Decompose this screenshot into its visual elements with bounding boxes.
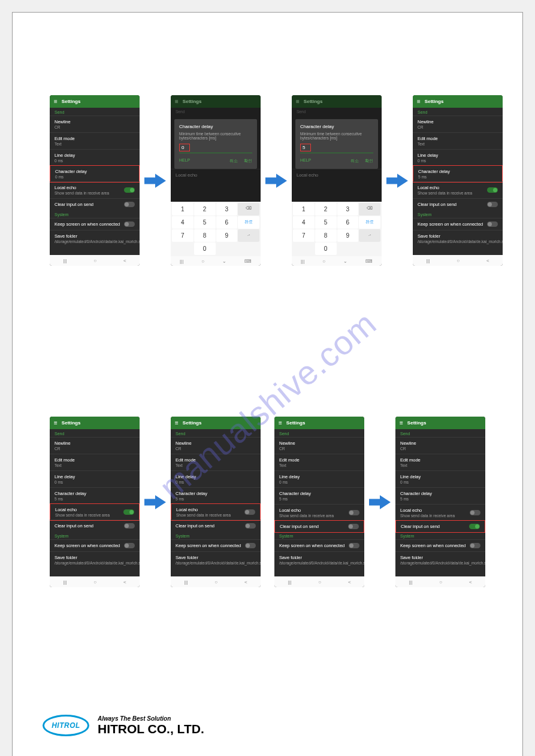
item-newline[interactable]: NewlineCR <box>413 116 503 132</box>
key-done[interactable]: 완료 <box>238 216 259 229</box>
key-8[interactable]: 8 <box>315 229 337 242</box>
toggle-local-echo[interactable] <box>124 187 135 193</box>
item-character-delay[interactable]: Character delay5 ms <box>274 487 364 504</box>
item-local-echo[interactable]: Local echoShow send data in receive area <box>171 503 261 521</box>
key-backspace[interactable]: ⌫ <box>359 203 380 215</box>
nav-kb-icon[interactable]: ⌨ <box>244 259 252 264</box>
item-character-delay[interactable]: Character delay5 ms <box>171 487 261 504</box>
nav-down-icon[interactable]: ⌄ <box>222 259 226 264</box>
toggle-keep-screen[interactable] <box>470 543 480 548</box>
nav-back-icon[interactable]: < <box>123 579 126 585</box>
key-0[interactable]: 0 <box>194 242 216 255</box>
key-2[interactable]: 2 <box>194 203 216 215</box>
key-2[interactable]: 2 <box>315 203 337 215</box>
dialog-input[interactable]: 0 <box>179 144 190 151</box>
item-edit-mode[interactable]: Edit modeText <box>413 132 503 149</box>
item-line-delay[interactable]: Line delay0 ms <box>413 149 503 166</box>
nav-kb-icon[interactable]: ⌨ <box>365 259 373 264</box>
key-7[interactable]: 7 <box>172 229 194 242</box>
item-line-delay[interactable]: Line delay0 ms <box>171 470 261 487</box>
key-sym[interactable]: .- <box>238 229 259 242</box>
item-keep-screen[interactable]: Keep screen on when connected <box>274 539 364 551</box>
item-clear-input[interactable]: Clear input on send <box>395 520 485 533</box>
item-local-echo[interactable]: Local echoShow send data in receive area <box>413 181 503 198</box>
item-line-delay[interactable]: Line delay0 ms <box>395 470 485 487</box>
key-3[interactable]: 3 <box>337 203 359 215</box>
nav-recent-icon[interactable]: ||| <box>409 579 412 585</box>
nav-recent-icon[interactable]: ||| <box>63 579 67 585</box>
key-done[interactable]: 완료 <box>359 216 380 229</box>
key-7[interactable]: 7 <box>293 229 315 242</box>
nav-home-icon[interactable]: ○ <box>457 258 460 263</box>
item-newline[interactable]: NewlineCR <box>395 437 485 454</box>
menu-icon[interactable]: ≡ <box>54 98 58 105</box>
item-clear-input[interactable]: Clear input on send <box>50 198 140 210</box>
item-edit-mode[interactable]: Edit modeText <box>395 454 485 470</box>
nav-recent-icon[interactable]: ||| <box>184 579 188 585</box>
menu-icon[interactable]: ≡ <box>417 98 421 105</box>
item-keep-screen[interactable]: Keep screen on when connected <box>395 539 485 551</box>
item-keep-screen[interactable]: Keep screen on when connected <box>171 539 261 551</box>
item-line-delay[interactable]: Line delay0 ms <box>50 470 140 487</box>
key-5[interactable]: 5 <box>194 216 216 229</box>
key-4[interactable]: 4 <box>293 216 315 229</box>
item-character-delay[interactable]: Character delay0 ms <box>50 165 140 183</box>
item-keep-screen[interactable]: Keep screen on when connected <box>50 218 140 230</box>
nav-home-icon[interactable]: ○ <box>201 259 204 264</box>
key-3[interactable]: 3 <box>216 203 238 215</box>
toggle-keep-screen[interactable] <box>487 221 498 227</box>
key-5[interactable]: 5 <box>315 216 337 229</box>
dialog-input[interactable]: 5 <box>300 144 311 151</box>
cancel-button[interactable]: 취소 <box>350 159 359 163</box>
item-newline[interactable]: NewlineCR <box>274 437 364 454</box>
item-local-echo[interactable]: Local echoShow send data in receive area <box>395 504 485 521</box>
item-edit-mode[interactable]: Edit modeText <box>50 454 140 470</box>
item-save-folder[interactable]: Save folder/storage/emulated/0/Android/d… <box>50 551 140 568</box>
key-4[interactable]: 4 <box>172 216 194 229</box>
item-newline[interactable]: NewlineCR <box>50 437 140 454</box>
cancel-button[interactable]: 취소 <box>229 159 238 163</box>
item-clear-input[interactable]: Clear input on send <box>413 198 503 210</box>
item-clear-input[interactable]: Clear input on send <box>171 520 261 532</box>
item-newline[interactable]: NewlineCR <box>171 437 261 454</box>
help-button[interactable]: HELP <box>300 158 311 164</box>
key-9[interactable]: 9 <box>216 229 238 242</box>
item-clear-input[interactable]: Clear input on send <box>274 520 364 533</box>
key-backspace[interactable]: ⌫ <box>238 203 259 215</box>
nav-back-icon[interactable]: < <box>486 258 489 263</box>
toggle-local-echo[interactable] <box>123 509 134 515</box>
toggle-keep-screen[interactable] <box>245 543 256 548</box>
key-sym[interactable]: .- <box>359 229 380 242</box>
item-edit-mode[interactable]: Edit modeText <box>171 454 261 470</box>
key-6[interactable]: 6 <box>337 216 359 229</box>
toggle-clear-input[interactable] <box>469 524 480 529</box>
menu-icon[interactable]: ≡ <box>54 420 58 426</box>
nav-recent-icon[interactable]: ||| <box>288 579 291 585</box>
nav-recent-icon[interactable]: ||| <box>63 258 67 263</box>
toggle-clear-input[interactable] <box>245 523 256 529</box>
item-save-folder[interactable]: Save folder/storage/emulated/0/Android/d… <box>50 230 140 247</box>
nav-home-icon[interactable]: ○ <box>439 579 442 585</box>
nav-home-icon[interactable]: ○ <box>93 258 96 263</box>
nav-recent-icon[interactable]: ||| <box>426 258 430 263</box>
menu-icon[interactable]: ≡ <box>175 420 179 426</box>
toggle-clear-input[interactable] <box>124 523 135 529</box>
nav-recent-icon[interactable]: ||| <box>301 259 304 264</box>
key-9[interactable]: 9 <box>337 229 359 242</box>
toggle-keep-screen[interactable] <box>124 543 135 548</box>
nav-home-icon[interactable]: ○ <box>322 259 325 264</box>
item-character-delay[interactable]: Character delay5 ms <box>413 165 503 183</box>
item-character-delay[interactable]: Character delay5 ms <box>395 487 485 504</box>
key-6[interactable]: 6 <box>216 216 238 229</box>
item-line-delay[interactable]: Line delay0 ms <box>274 470 364 487</box>
nav-home-icon[interactable]: ○ <box>214 579 217 585</box>
toggle-local-echo[interactable] <box>487 187 498 193</box>
nav-back-icon[interactable]: < <box>469 579 472 585</box>
toggle-clear-input[interactable] <box>348 524 359 529</box>
toggle-clear-input[interactable] <box>124 202 135 207</box>
key-0[interactable]: 0 <box>315 242 337 255</box>
nav-down-icon[interactable]: ⌄ <box>343 259 347 264</box>
nav-back-icon[interactable]: < <box>123 258 126 263</box>
toggle-keep-screen[interactable] <box>349 543 359 548</box>
toggle-local-echo[interactable] <box>349 510 359 515</box>
